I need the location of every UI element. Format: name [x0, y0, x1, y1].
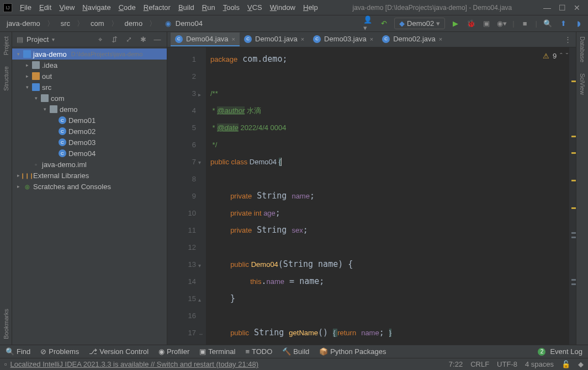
minimize-button[interactable]: —	[543, 3, 551, 12]
tree-row[interactable]: ▾src	[12, 82, 167, 93]
expand-all-icon[interactable]: ⇵	[109, 35, 119, 45]
tool-profiler[interactable]: ◉ Profiler	[158, 347, 189, 356]
tool-build[interactable]: 🔨 Build	[282, 347, 309, 356]
breadcrumb-item[interactable]: java-demo	[4, 18, 43, 29]
caret-position[interactable]: 7:22	[449, 360, 463, 368]
close-tab-icon[interactable]: ×	[439, 36, 442, 42]
window-title: java-demo [D:\IdeaProjects\java-demo] - …	[321, 4, 543, 12]
tree-row[interactable]: ▸◎Scratches and Consoles	[12, 181, 167, 192]
update-icon[interactable]: ⬆	[558, 19, 568, 29]
menu-code[interactable]: Code	[115, 2, 139, 13]
locate-icon[interactable]: ⌖	[95, 35, 105, 45]
stop-icon[interactable]: ■	[520, 19, 530, 29]
editor-tab[interactable]: CDemo04.java×	[171, 33, 240, 46]
tool-project[interactable]: Project	[3, 36, 9, 55]
menu-navigate[interactable]: Navigate	[79, 2, 114, 13]
warning-icon: ⚠	[543, 52, 549, 60]
tree-row[interactable]: CDemo04	[12, 148, 167, 159]
java-icon: C	[244, 35, 252, 43]
tool-sciview[interactable]: SciView	[579, 73, 586, 95]
editor: CDemo04.java×CDemo01.java×CDemo03.java×C…	[167, 32, 576, 345]
marker-bar[interactable]	[569, 47, 576, 345]
right-tool-strip: Database SciView	[576, 32, 588, 345]
code-area[interactable]: package com.demo; /** * @author 水滴 * @da…	[206, 47, 569, 345]
menu-refactor[interactable]: Refactor	[140, 2, 174, 13]
coverage-icon[interactable]: ▣	[481, 19, 491, 29]
breadcrumb[interactable]: java-demo〉src〉com〉demo〉◉ Demo04	[4, 18, 205, 30]
tree-row[interactable]: ▸out	[12, 71, 167, 82]
readonly-icon[interactable]: 🔓	[561, 360, 570, 368]
menu-window[interactable]: Window	[267, 2, 299, 13]
collapse-all-icon[interactable]: ⤢	[124, 35, 134, 45]
tree-row[interactable]: ▫java-demo.iml	[12, 159, 167, 170]
hide-icon[interactable]: —	[152, 35, 162, 45]
file-encoding[interactable]: UTF-8	[497, 360, 517, 368]
tool-structure[interactable]: Structure	[3, 66, 9, 91]
run-icon[interactable]: ▶	[451, 19, 460, 29]
search-icon[interactable]: 🔍	[543, 19, 553, 29]
menu-file[interactable]: File	[17, 2, 35, 13]
inspection-summary[interactable]: ⚠ 9 ˆ ˇ	[543, 52, 568, 60]
warning-count: 9	[553, 52, 557, 60]
tree-row[interactable]: CDemo01	[12, 115, 167, 126]
maximize-button[interactable]: ☐	[559, 3, 566, 12]
menu-edit[interactable]: Edit	[36, 2, 55, 13]
java-icon: C	[382, 35, 390, 43]
tool-version-control[interactable]: ⎇ Version Control	[89, 347, 149, 356]
breadcrumb-item[interactable]: src	[59, 18, 72, 29]
sidebar-header: ▤ Project ▾ ⌖ ⇵ ⤢ ✱ —	[12, 32, 167, 47]
menu-build[interactable]: Build	[175, 2, 198, 13]
tree-row[interactable]: ▾demo	[12, 104, 167, 115]
settings-icon[interactable]: ✱	[138, 35, 148, 45]
close-tab-icon[interactable]: ×	[232, 36, 235, 42]
back-icon[interactable]: ↶	[379, 19, 389, 29]
sidebar-title[interactable]: Project	[27, 35, 49, 44]
line-separator[interactable]: CRLF	[470, 360, 489, 368]
close-tab-icon[interactable]: ×	[370, 36, 373, 42]
editor-tab[interactable]: CDemo02.java×	[378, 33, 447, 46]
run-config-selector[interactable]: ◆ Demo02 ▾	[394, 18, 445, 29]
memory-icon[interactable]: ◆	[578, 360, 584, 368]
tree-row[interactable]: ▸❙❙❙External Libraries	[12, 170, 167, 181]
tabs-more-icon[interactable]: ⋮	[564, 35, 571, 44]
menu-vcs[interactable]: VCS	[244, 2, 266, 13]
tree-row[interactable]: ▸.idea	[12, 60, 167, 71]
tool-problems[interactable]: ⊘ Problems	[40, 347, 79, 356]
tool-terminal[interactable]: ▣ Terminal	[199, 347, 235, 356]
app-logo: IJ	[3, 3, 12, 12]
menu-tools[interactable]: Tools	[220, 2, 243, 13]
tool-database[interactable]: Database	[579, 36, 586, 62]
debug-icon[interactable]: 🐞	[466, 19, 476, 29]
status-icon[interactable]: ▫	[4, 360, 7, 368]
ide-scripting-icon[interactable]: ◗	[574, 19, 584, 29]
tool-python-packages[interactable]: 📦 Python Packages	[319, 347, 386, 356]
tree-row[interactable]: CDemo03	[12, 137, 167, 148]
editor-tab[interactable]: CDemo01.java×	[240, 33, 309, 46]
menu-view[interactable]: View	[56, 2, 78, 13]
project-tree[interactable]: ▾java-demoD:\IdeaProjects\java-demo▸.ide…	[12, 47, 167, 193]
titlebar: IJ FileEditViewNavigateCodeRefactorBuild…	[0, 0, 588, 15]
status-message[interactable]: Localized IntelliJ IDEA 2021.3.3 is avai…	[10, 360, 258, 368]
add-user-icon[interactable]: 👤▾	[363, 19, 373, 29]
gutter[interactable]: ▸ ▾ ▾ ▴ ↔ 123456789101112131415161720	[167, 47, 206, 345]
bottom-tool-bar: 🔍 Find ⊘ Problems ⎇ Version Control ◉ Pr…	[0, 345, 588, 358]
tree-row[interactable]: ▾java-demoD:\IdeaProjects\java-demo	[12, 49, 167, 60]
event-log[interactable]: 2Event Log	[538, 347, 582, 356]
tool-find[interactable]: 🔍 Find	[6, 347, 30, 356]
java-icon: C	[175, 35, 183, 43]
tree-row[interactable]: ▾com	[12, 93, 167, 104]
editor-tab[interactable]: CDemo03.java×	[309, 33, 378, 46]
breadcrumb-item[interactable]: demo	[123, 18, 145, 29]
tool-bookmarks[interactable]: Bookmarks	[3, 309, 9, 339]
indent-info[interactable]: 4 spaces	[525, 360, 554, 368]
profile-icon[interactable]: ◉▾	[497, 19, 507, 29]
close-tab-icon[interactable]: ×	[301, 36, 304, 42]
breadcrumb-item[interactable]: com	[88, 18, 107, 29]
tree-row[interactable]: CDemo02	[12, 126, 167, 137]
status-bar: ▫ Localized IntelliJ IDEA 2021.3.3 is av…	[0, 358, 588, 370]
menu-help[interactable]: Help	[300, 2, 321, 13]
tool-todo[interactable]: ≡ TODO	[245, 347, 272, 356]
menu-run[interactable]: Run	[199, 2, 219, 13]
close-button[interactable]: ✕	[574, 3, 580, 12]
breadcrumb-item[interactable]: ◉ Demo04	[161, 18, 205, 29]
